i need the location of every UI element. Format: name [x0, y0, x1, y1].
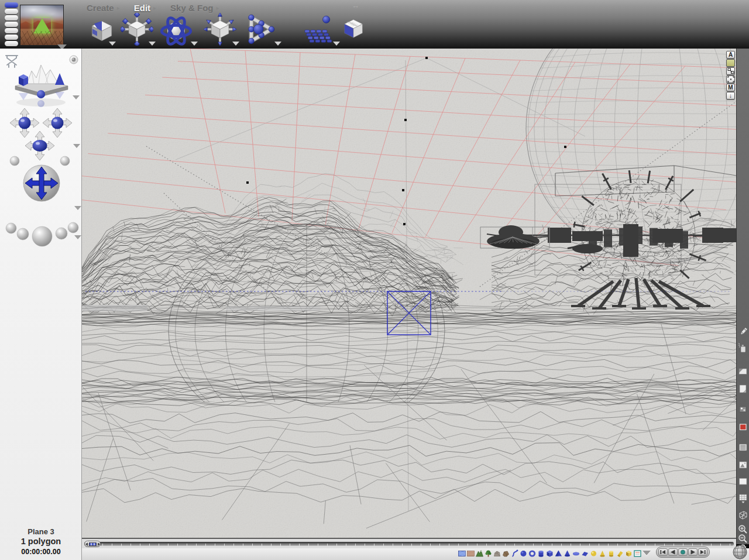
create-light-cylinder-icon[interactable]: [607, 549, 615, 558]
attributes-button[interactable]: A: [726, 51, 735, 59]
timeline-ticks: [84, 544, 734, 546]
create-light-cone-icon[interactable]: [599, 549, 606, 558]
texture-lines-icon[interactable]: [737, 442, 749, 454]
create-water-icon[interactable]: [458, 549, 466, 558]
render-red-icon[interactable]: [737, 421, 749, 433]
camera-cross-trackball[interactable]: [22, 164, 61, 205]
create-light-wedge-icon[interactable]: [616, 549, 624, 558]
camera-trackball-flat[interactable]: [23, 129, 56, 164]
toolbar-resize-handle-icon[interactable]: ↔: [352, 1, 359, 10]
create-pyramid-icon[interactable]: [555, 549, 562, 558]
sidebar-caret[interactable]: [73, 95, 80, 99]
reposition-tool-icon[interactable]: [204, 13, 236, 46]
render-options-icon[interactable]: [737, 404, 749, 415]
tool-dropdown-caret[interactable]: [333, 42, 340, 46]
create-sphere-icon[interactable]: [520, 549, 527, 558]
selection-status: Plane 3 1 polygon 00:00:00.00: [0, 527, 82, 558]
left-control-sidebar: Plane 3 1 polygon 00:00:00.00: [0, 49, 82, 560]
create-cylinder-icon[interactable]: [537, 549, 545, 558]
create-object-palette: [458, 549, 641, 558]
polygon-count: 1 polygon: [0, 537, 82, 547]
playback-controls: [656, 547, 710, 558]
create-light-sphere-icon[interactable]: [590, 549, 597, 558]
edit-terrain-icon[interactable]: [300, 12, 335, 47]
create-terrain-icon[interactable]: [476, 549, 483, 558]
render-region-icon[interactable]: [737, 366, 749, 377]
create-picture-object-icon[interactable]: [634, 549, 641, 558]
texture-image-icon[interactable]: [737, 459, 749, 471]
camera-memory-dot-left[interactable]: [9, 156, 20, 169]
tool-dropdown-caret[interactable]: [149, 42, 156, 46]
sidebar-caret[interactable]: [74, 206, 81, 210]
create-rock-icon[interactable]: [493, 549, 501, 558]
tool-dropdown-caret[interactable]: [191, 42, 198, 46]
viewport-canvas[interactable]: [82, 49, 736, 538]
link-button[interactable]: [726, 67, 735, 75]
edit-mesh-icon[interactable]: [341, 15, 366, 41]
play-forward-button[interactable]: [688, 548, 698, 556]
material-button[interactable]: M: [726, 84, 735, 91]
palette-dropdown-caret[interactable]: [643, 551, 651, 555]
bryce-app-window: { "menu": { "arrow": "\u25B8", "items": …: [0, 0, 749, 560]
texture-plain-icon[interactable]: [737, 476, 749, 487]
view-memory-sphere-arc[interactable]: [5, 214, 80, 250]
wire-cube-icon[interactable]: [737, 509, 749, 521]
edit-tools-row: [0, 0, 749, 49]
top-toolbar: Create ▸ Edit ▸ Sky & Fog ▸ ↔: [0, 0, 749, 49]
render-tool-strip: [736, 49, 749, 544]
rotate-tool-icon[interactable]: [159, 14, 193, 48]
render-globe-button[interactable]: [732, 544, 748, 560]
tool-dropdown-caret[interactable]: [274, 42, 281, 46]
scrubber-stripes: [89, 542, 97, 546]
create-light-cube-icon[interactable]: [625, 549, 633, 558]
pencil-icon[interactable]: [737, 326, 749, 338]
play-reverse-button[interactable]: [668, 548, 678, 556]
animation-timeline[interactable]: [82, 538, 736, 548]
edit-materials-icon[interactable]: [88, 16, 116, 44]
plop-render-icon[interactable]: [737, 493, 749, 504]
create-cube-icon[interactable]: [546, 549, 554, 558]
camera-memory-dot-right[interactable]: [60, 156, 70, 169]
tool-dropdown-caret[interactable]: [109, 42, 116, 46]
resize-tool-icon[interactable]: [121, 13, 153, 46]
create-ground-icon[interactable]: [467, 549, 475, 558]
stop-button[interactable]: [678, 548, 688, 556]
sidebar-caret[interactable]: [74, 235, 81, 239]
family-color-button[interactable]: [726, 59, 735, 67]
create-torus-icon[interactable]: [528, 549, 536, 558]
create-tree-icon[interactable]: [485, 549, 492, 558]
drop-arrow-button[interactable]: ↓: [726, 92, 735, 99]
selected-object-name: Plane 3: [0, 527, 82, 537]
object-control-stack: AM↓: [726, 51, 735, 99]
tool-dropdown-caret[interactable]: [232, 42, 239, 46]
edit-objects-icon[interactable]: [243, 12, 278, 47]
create-cone-icon[interactable]: [564, 549, 571, 558]
origin-handle-button[interactable]: [726, 75, 735, 83]
create-plane-icon[interactable]: [581, 549, 589, 558]
timeline-scrubber-handle[interactable]: [84, 541, 101, 547]
step-forward-button[interactable]: [698, 548, 707, 556]
wireframe-viewport[interactable]: AM↓: [82, 49, 736, 538]
spray-icon[interactable]: [737, 342, 749, 354]
step-back-button[interactable]: [658, 548, 668, 556]
render-page-icon[interactable]: [737, 383, 749, 395]
create-disc-icon[interactable]: [572, 549, 580, 558]
create-path-icon[interactable]: [511, 549, 518, 558]
timecode: 00:00:00.00: [0, 547, 82, 558]
sidebar-caret[interactable]: [73, 144, 80, 148]
create-stone-icon[interactable]: [502, 549, 510, 558]
